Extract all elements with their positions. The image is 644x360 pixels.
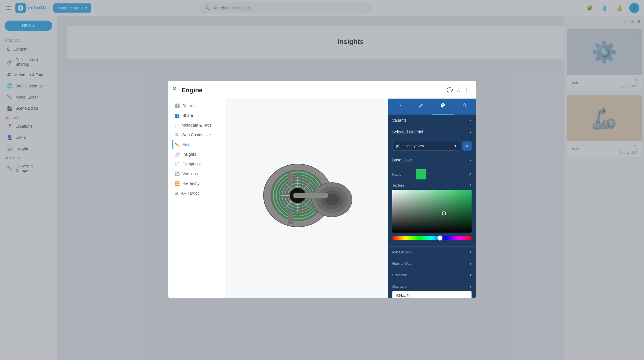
metadata-nav-label: Metadata & Tags bbox=[182, 123, 212, 127]
variants-section: Variants ▾ bbox=[388, 115, 476, 126]
modal-header: Engine 💬 ☆ ⋮ bbox=[168, 81, 476, 99]
modal-toolbar bbox=[388, 99, 476, 115]
variants-header[interactable]: Variants ▾ bbox=[388, 115, 476, 126]
base-color-header[interactable]: Base Color ▴ bbox=[388, 154, 476, 166]
texture-label: Texture bbox=[392, 183, 412, 187]
material-dropdown[interactable]: (0) accent-yellow ▾ bbox=[392, 141, 460, 151]
engine-svg bbox=[252, 144, 361, 253]
web-customizer-nav-icon: 🖥 bbox=[175, 133, 179, 137]
hue-slider[interactable] bbox=[392, 236, 472, 240]
metallic-roughness-row[interactable]: Metallic Rou... ▾ bbox=[388, 247, 476, 258]
selected-material-content: (0) accent-yellow ▾ ✏ bbox=[388, 138, 476, 154]
ar-target-nav-icon: ⊞ bbox=[175, 191, 178, 195]
color-gradient[interactable] bbox=[392, 190, 472, 233]
selected-material-label: Selected Material bbox=[392, 130, 423, 134]
occlusion-input[interactable] bbox=[392, 291, 472, 298]
share-nav-label: Share bbox=[182, 113, 193, 118]
selected-material-chevron: ▴ bbox=[470, 130, 472, 134]
modal-nav-web-customizer[interactable]: 🖥 Web Customizer bbox=[172, 130, 220, 140]
emissive-chevron: ▾ bbox=[470, 273, 472, 277]
texture-row: Texture ↺ bbox=[392, 183, 472, 187]
modal-nav-hierarchy[interactable]: 🔀 Hierarchy bbox=[172, 179, 220, 188]
normal-map-chevron: ▾ bbox=[470, 261, 472, 266]
modal-right-panel: Variants ▾ Selected Material ▴ (0) accen… bbox=[388, 99, 476, 298]
toolbar-palette-btn[interactable] bbox=[432, 99, 454, 115]
selected-material-section: Selected Material ▴ (0) accent-yellow ▾ … bbox=[388, 126, 476, 154]
modal-nav-details[interactable]: ℹ️ Details bbox=[172, 101, 220, 111]
engine-modal: ✕ Engine 💬 ☆ ⋮ ℹ️ Details 👥 Share bbox=[168, 81, 476, 298]
modal-nav-edit[interactable]: ✏️ Edit bbox=[172, 140, 220, 149]
modal-navigation: ℹ️ Details 👥 Share 🏷 Metadata & Tags 🖥 W… bbox=[168, 99, 225, 298]
toolbar-search-btn[interactable] bbox=[454, 99, 476, 115]
modal-nav-metadata[interactable]: 🏷 Metadata & Tags bbox=[172, 120, 220, 130]
metadata-nav-icon: 🏷 bbox=[175, 123, 179, 127]
hierarchy-nav-icon: 🔀 bbox=[175, 181, 180, 186]
base-color-content: Factor ↺ Texture ↺ bbox=[388, 166, 476, 246]
factor-row: Factor ↺ bbox=[392, 169, 472, 179]
texture-reset-button[interactable]: ↺ bbox=[468, 183, 472, 187]
svg-rect-22 bbox=[288, 173, 293, 184]
edit-nav-label: Edit bbox=[182, 142, 189, 147]
modal-viewport bbox=[225, 99, 388, 298]
modal-header-icons: 💬 ☆ ⋮ bbox=[446, 87, 469, 93]
three-dot-modal[interactable]: ⋮ bbox=[464, 87, 469, 93]
modal-nav-versions[interactable]: 🔄 Versions bbox=[172, 169, 220, 179]
engine-render-container bbox=[252, 144, 361, 253]
versions-nav-icon: 🔄 bbox=[175, 171, 180, 176]
material-value: (0) accent-yellow bbox=[396, 144, 424, 148]
versions-nav-label: Versions bbox=[182, 171, 198, 176]
color-picker[interactable] bbox=[392, 190, 472, 233]
metallic-roughness-chevron: ▾ bbox=[470, 250, 472, 254]
factor-label: Factor bbox=[392, 172, 412, 177]
modal-nav-insights[interactable]: 📈 Insights bbox=[172, 149, 220, 159]
modal-nav-ar-target[interactable]: ⊞ AR Target bbox=[172, 188, 220, 198]
material-select-row: (0) accent-yellow ▾ ✏ bbox=[392, 141, 472, 151]
occlusion-row[interactable]: Occlusion ▾ bbox=[388, 281, 476, 298]
normal-map-label: Normal Map bbox=[392, 261, 412, 266]
emissive-label: Emissive bbox=[392, 273, 407, 277]
insights-nav-icon: 📈 bbox=[175, 152, 180, 157]
base-color-chevron: ▴ bbox=[470, 158, 472, 162]
modal-title: Engine bbox=[182, 87, 202, 94]
factor-reset-button[interactable]: ↺ bbox=[468, 172, 472, 177]
share-nav-icon: 👥 bbox=[175, 113, 180, 118]
svg-rect-23 bbox=[288, 213, 293, 224]
toolbar-edit-btn[interactable] bbox=[410, 99, 432, 115]
svg-rect-21 bbox=[293, 193, 328, 198]
variants-label: Variants bbox=[392, 118, 406, 123]
variants-chevron: ▾ bbox=[470, 118, 472, 122]
hierarchy-nav-label: Hierarchy bbox=[182, 181, 200, 186]
metallic-roughness-label: Metallic Rou... bbox=[392, 250, 416, 254]
factor-color-swatch[interactable] bbox=[416, 169, 426, 179]
ar-target-nav-label: AR Target bbox=[181, 191, 199, 195]
compress-nav-label: Compress bbox=[182, 162, 201, 166]
emissive-row[interactable]: Emissive ▾ bbox=[388, 269, 476, 281]
base-color-label: Base Color bbox=[392, 158, 412, 162]
details-nav-label: Details bbox=[182, 103, 195, 108]
occlusion-chevron: ▾ bbox=[470, 284, 472, 289]
modal-nav-share[interactable]: 👥 Share bbox=[172, 111, 220, 120]
base-color-section: Base Color ▴ Factor ↺ Texture bbox=[388, 154, 476, 247]
insights-nav-label: Insights bbox=[182, 152, 196, 157]
modal-nav-compress[interactable]: 📄 Compress bbox=[172, 159, 220, 169]
material-edit-button[interactable]: ✏ bbox=[462, 141, 472, 151]
modal-body: ℹ️ Details 👥 Share 🏷 Metadata & Tags 🖥 W… bbox=[168, 99, 476, 298]
normal-map-row[interactable]: Normal Map ▾ bbox=[388, 258, 476, 269]
web-customizer-nav-label: Web Customizer bbox=[182, 133, 211, 137]
hue-slider-thumb bbox=[437, 235, 442, 241]
modal-close-button[interactable]: ✕ bbox=[172, 85, 177, 92]
edit-nav-icon: ✏️ bbox=[175, 142, 180, 147]
comment-icon[interactable]: 💬 bbox=[446, 87, 453, 93]
color-cursor bbox=[442, 211, 446, 215]
occlusion-label: Occlusion bbox=[392, 284, 408, 289]
selected-material-header[interactable]: Selected Material ▴ bbox=[388, 126, 476, 138]
compress-nav-icon: 📄 bbox=[175, 162, 180, 166]
star-modal-icon[interactable]: ☆ bbox=[456, 87, 461, 93]
details-nav-icon: ℹ️ bbox=[175, 103, 180, 108]
material-dropdown-chevron: ▾ bbox=[454, 144, 456, 148]
toolbar-transform-btn[interactable] bbox=[388, 99, 410, 115]
